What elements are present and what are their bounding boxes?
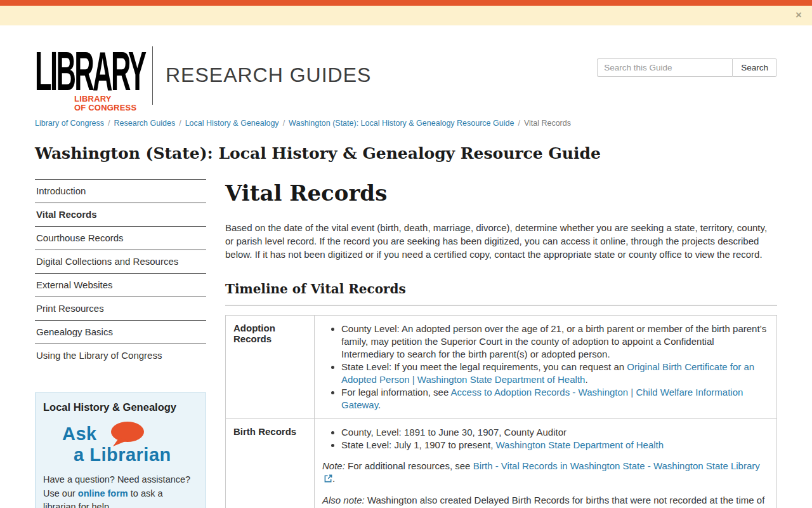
sidebar-item-genealogy-basics[interactable]: Genealogy Basics — [35, 320, 206, 344]
sidebar-item-introduction[interactable]: Introduction — [35, 179, 206, 203]
list-item: County Level: An adopted person over the… — [341, 323, 769, 361]
row-content: County, Level: 1891 to June 30, 1907, Co… — [315, 419, 777, 508]
sidebar-item-courthouse-records[interactable]: Courthouse Records — [35, 226, 206, 250]
also-note-paragraph: Also note: Washington also created Delay… — [322, 494, 769, 508]
ask-box-title: Local History & Genealogy — [43, 401, 198, 413]
row-label: Birth Records — [226, 419, 315, 508]
external-link-icon — [324, 473, 332, 486]
guide-search: Search — [597, 58, 777, 77]
breadcrumb-separator: / — [518, 119, 520, 128]
main-content: Vital Records Based on the date of the v… — [225, 179, 777, 508]
breadcrumb-link-washington-guide[interactable]: Washington (State): Local History & Gene… — [289, 119, 514, 128]
intro-paragraph: Based on the date of the vital event (bi… — [225, 221, 777, 261]
header-divider — [152, 46, 153, 105]
breadcrumb-separator: / — [179, 119, 181, 128]
breadcrumb-separator: / — [283, 119, 285, 128]
breadcrumb-link-research-guides[interactable]: Research Guides — [114, 119, 176, 128]
list-item: State Level: If you meet the legal requi… — [341, 361, 769, 386]
sidebar-item-digital-collections[interactable]: Digital Collections and Resources — [35, 250, 206, 273]
notice-banner: × — [0, 6, 812, 25]
speech-bubble-icon — [108, 421, 145, 451]
breadcrumb-separator: / — [108, 119, 110, 128]
table-row-birth-records: Birth Records County, Level: 1891 to Jun… — [226, 419, 777, 508]
site-title: RESEARCH GUIDES — [166, 64, 371, 87]
sidebar-item-vital-records[interactable]: Vital Records — [35, 203, 206, 226]
list-item: County, Level: 1891 to June 30, 1907, Co… — [341, 426, 769, 439]
search-input[interactable] — [597, 58, 732, 77]
logo-wordmark: LIBRARY — [35, 43, 108, 98]
wa-dept-of-health-link[interactable]: Washington State Department of Health — [496, 439, 664, 450]
library-of-congress-logo[interactable]: LIBRARY LIBRARY OF CONGRESS — [35, 43, 146, 110]
search-button[interactable]: Search — [732, 58, 777, 77]
breadcrumb-link-local-history-genealogy[interactable]: Local History & Genealogy — [185, 119, 279, 128]
row-content: County Level: An adopted person over the… — [315, 316, 777, 419]
logo-subtitle: LIBRARY OF CONGRESS — [74, 95, 136, 112]
ask-a-librarian-box: Local History & Genealogy Ask a Libraria… — [35, 392, 206, 508]
sidebar-item-print-resources[interactable]: Print Resources — [35, 297, 206, 320]
breadcrumb-link-library-of-congress[interactable]: Library of Congress — [35, 119, 104, 128]
list-item: For legal information, see Access to Ado… — [341, 386, 769, 411]
site-header: LIBRARY LIBRARY OF CONGRESS RESEARCH GUI… — [35, 25, 777, 111]
section-title: Vital Records — [225, 180, 777, 206]
guide-sidebar: Introduction Vital Records Courthouse Re… — [35, 179, 206, 508]
ask-box-text: Have a question? Need assistance? Use ou… — [43, 473, 198, 508]
page-title: Washington (State): Local History & Gene… — [35, 128, 777, 163]
timeline-heading: Timeline of Vital Records — [225, 281, 777, 305]
close-icon[interactable]: × — [796, 9, 802, 22]
breadcrumb-current: Vital Records — [524, 119, 571, 128]
ask-a-librarian-logo[interactable]: Ask a Librarian — [62, 424, 183, 467]
row-label: Adoption Records — [226, 316, 315, 419]
vital-records-table: Adoption Records County Level: An adopte… — [225, 315, 777, 508]
list-item: State Level: July 1, 1907 to present, Wa… — [341, 439, 769, 451]
online-form-link[interactable]: online form — [78, 488, 128, 498]
wa-state-library-link[interactable]: Birth - Vital Records in Washington Stat… — [473, 460, 760, 471]
note-paragraph: Note: For additional resources, see Birt… — [322, 460, 769, 486]
sidebar-item-external-websites[interactable]: External Websites — [35, 273, 206, 297]
top-accent-bar — [0, 0, 812, 6]
sidebar-item-using-the-library[interactable]: Using the Library of Congress — [35, 344, 206, 367]
breadcrumb: Library of Congress/Research Guides/Loca… — [35, 111, 777, 128]
table-row-adoption-records: Adoption Records County Level: An adopte… — [226, 316, 777, 419]
